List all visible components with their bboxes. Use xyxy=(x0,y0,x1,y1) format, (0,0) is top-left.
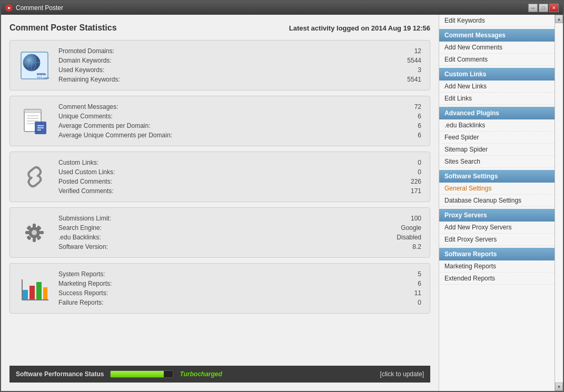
svg-rect-29 xyxy=(29,286,35,299)
svg-rect-28 xyxy=(23,290,28,299)
sidebar-item-label: Marketing Reports xyxy=(444,263,496,270)
stat-row: Custom Links: 0 xyxy=(58,158,421,167)
title-bar-left: ● Comment Poster xyxy=(5,4,63,12)
svg-text:www.: www. xyxy=(36,72,46,76)
maximize-button[interactable]: □ xyxy=(539,4,548,12)
page-header: Comment Poster Statistics Latest activit… xyxy=(9,23,430,33)
sidebar-item-sitemap-spider[interactable]: Sitemap Spider xyxy=(439,144,555,156)
svg-rect-9 xyxy=(24,109,41,113)
stat-value: 8.2 xyxy=(390,243,421,250)
sidebar-item-edit-keywords[interactable]: Edit Keywords xyxy=(439,15,555,27)
main-content: Comment Poster Statistics Latest activit… xyxy=(1,15,439,391)
sidebar-item-label: Sites Search xyxy=(444,158,480,165)
minimize-button[interactable]: ─ xyxy=(528,4,538,12)
stat-label: Used Custom Links: xyxy=(58,168,115,176)
sidebar-item-label: Feed Spider xyxy=(444,134,479,141)
stat-row: Used Keywords: 3 xyxy=(58,66,421,74)
sidebar-section-software-settings: Software Settings xyxy=(439,170,555,183)
settings-icon xyxy=(18,217,50,248)
stat-value: 100 xyxy=(390,215,421,222)
stat-value: 171 xyxy=(390,187,421,195)
stat-label: Average Comments per Domain: xyxy=(58,122,151,129)
sidebar-item-label: Add New Proxy Servers xyxy=(444,224,511,231)
stat-row: Failure Reports: 0 xyxy=(58,298,421,307)
stat-label: Software Version: xyxy=(58,243,108,250)
stat-row: Comment Messages: 72 xyxy=(58,103,421,111)
sidebar: Edit Keywords Comment Messages Add New C… xyxy=(439,15,555,391)
settings-card: Submissions Limit: 100 Search Engine: Go… xyxy=(9,207,430,258)
sidebar-item-edu-backlinks[interactable]: .edu Backlinks xyxy=(439,119,555,132)
stat-row: Domain Keywords: 5544 xyxy=(58,56,421,65)
stat-label: .edu Backlinks: xyxy=(58,234,101,241)
stat-row: Marketing Reports: 6 xyxy=(58,279,421,288)
sidebar-item-sites-search[interactable]: Sites Search xyxy=(439,156,555,168)
stat-value: 72 xyxy=(390,103,421,110)
sidebar-item-database-cleanup[interactable]: Database Cleanup Settings xyxy=(439,195,555,207)
stat-label: Success Reports: xyxy=(58,289,108,297)
stat-label: Marketing Reports: xyxy=(58,280,112,287)
stat-row: .edu Backlinks: Disabled xyxy=(58,233,421,242)
stat-label: Posted Comments: xyxy=(58,178,112,185)
scroll-up-button[interactable]: ▲ xyxy=(555,15,563,23)
sidebar-item-label: .edu Backlinks xyxy=(444,122,485,129)
sidebar-item-feed-spider[interactable]: Feed Spider xyxy=(439,132,555,144)
sidebar-item-edit-links[interactable]: Edit Links xyxy=(439,93,555,105)
scroll-down-button[interactable]: ▼ xyxy=(555,383,563,391)
sidebar-section-software-reports: Software Reports xyxy=(439,248,555,260)
sidebar-item-general-settings[interactable]: General Settings xyxy=(439,183,555,195)
stat-label: Search Engine: xyxy=(58,224,102,232)
sidebar-section-comment-messages: Comment Messages xyxy=(439,29,555,42)
scrollbar-thumb[interactable] xyxy=(555,23,563,383)
sidebar-item-edit-proxy[interactable]: Edit Proxy Servers xyxy=(439,234,555,246)
window-body: Comment Poster Statistics Latest activit… xyxy=(1,15,563,391)
stat-row: Remaining Keywords: 5541 xyxy=(58,75,421,84)
svg-text:???.com: ???.com xyxy=(37,76,49,79)
page-title: Comment Poster Statistics xyxy=(9,23,117,33)
scrollbar[interactable]: ▲ ▼ xyxy=(555,15,563,391)
stat-row: Unique Comments: 6 xyxy=(58,112,421,120)
svg-point-19 xyxy=(32,230,37,235)
sidebar-item-label: Database Cleanup Settings xyxy=(444,197,521,204)
sidebar-item-add-new-proxy[interactable]: Add New Proxy Servers xyxy=(439,222,555,234)
domains-icon: www. ???.com xyxy=(18,49,50,81)
stat-value: 5541 xyxy=(390,76,421,83)
sidebar-item-add-new-comments[interactable]: Add New Comments xyxy=(439,42,555,54)
update-button[interactable]: [click to update] xyxy=(380,370,424,378)
reports-icon xyxy=(18,273,50,304)
sidebar-item-marketing-reports[interactable]: Marketing Reports xyxy=(439,260,555,273)
sidebar-item-label: Edit Comments xyxy=(444,56,488,63)
stat-label: System Reports: xyxy=(58,270,105,278)
stat-row: Success Reports: 11 xyxy=(58,289,421,297)
stat-label: Verified Comments: xyxy=(58,187,114,195)
sidebar-item-edit-comments[interactable]: Edit Comments xyxy=(439,54,555,66)
app-icon: ● xyxy=(5,4,13,12)
close-button[interactable]: ✕ xyxy=(549,4,559,12)
stat-value: Google xyxy=(390,224,421,232)
stat-label: Average Unique Comments per Domain: xyxy=(58,132,172,139)
stat-label: Submissions Limit: xyxy=(58,215,111,222)
links-icon xyxy=(18,161,50,193)
sidebar-item-label: Sitemap Spider xyxy=(444,146,488,153)
sidebar-item-add-new-links[interactable]: Add New Links xyxy=(439,81,555,93)
footer-status: Turbocharged xyxy=(180,370,222,378)
footer-label: Software Performance Status xyxy=(16,370,104,378)
stat-row: Verified Comments: 171 xyxy=(58,187,421,195)
stat-row: Posted Comments: 226 xyxy=(58,177,421,186)
stat-value: 5544 xyxy=(390,57,421,64)
stat-value: 0 xyxy=(390,168,421,176)
progress-bar-fill xyxy=(111,371,163,377)
sidebar-item-label: Edit Proxy Servers xyxy=(444,236,497,243)
stat-value: 0 xyxy=(390,159,421,166)
stat-row: Submissions Limit: 100 xyxy=(58,214,421,223)
stat-value: 0 xyxy=(390,299,421,306)
svg-rect-23 xyxy=(39,231,44,234)
reports-stat-rows: System Reports: 5 Marketing Reports: 6 S… xyxy=(58,270,421,307)
domains-stat-rows: Promoted Domains: 12 Domain Keywords: 55… xyxy=(58,47,421,84)
links-stat-rows: Custom Links: 0 Used Custom Links: 0 Pos… xyxy=(58,158,421,195)
comments-icon xyxy=(18,105,50,137)
stat-row: Search Engine: Google xyxy=(58,224,421,232)
stat-value: 6 xyxy=(390,132,421,139)
stat-value: 5 xyxy=(390,270,421,278)
stat-label: Failure Reports: xyxy=(58,299,103,306)
sidebar-item-extended-reports[interactable]: Extended Reports xyxy=(439,273,555,285)
